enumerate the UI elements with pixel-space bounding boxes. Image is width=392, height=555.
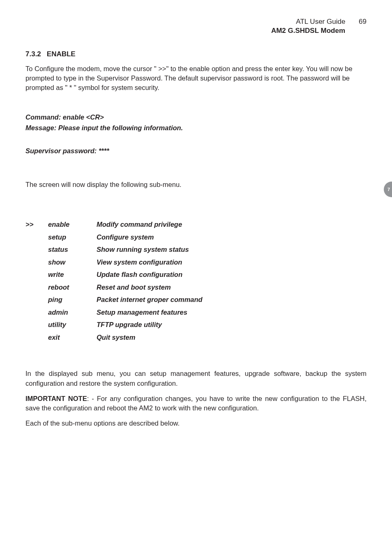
submenu-table: >> enable Modify command privilege setup… <box>25 218 367 343</box>
menu-cursor <box>25 256 48 269</box>
intro-paragraph: To Configure the modem, move the cursor … <box>25 64 367 92</box>
menu-cursor <box>25 231 48 244</box>
menu-row: show View system configuration <box>25 256 367 269</box>
guide-title: ATL User Guide <box>296 18 345 25</box>
menu-desc: TFTP upgrade utility <box>97 318 367 331</box>
menu-cursor <box>25 243 48 256</box>
password-line: Supervisor password: **** <box>25 146 367 157</box>
menu-cmd: admin <box>48 306 97 319</box>
menu-row: status Show running system status <box>25 243 367 256</box>
important-note: IMPORTANT NOTE: - For any configuration … <box>25 394 367 413</box>
menu-desc: Update flash configuration <box>97 268 367 281</box>
menu-desc: Configure system <box>97 231 367 244</box>
section-number: 7.3.2 <box>25 50 41 58</box>
menu-desc: View system configuration <box>97 256 367 269</box>
menu-row: exit Quit system <box>25 331 367 344</box>
menu-cmd: write <box>48 268 97 281</box>
closing-paragraph: Each of the sub-menu options are describ… <box>25 419 367 428</box>
menu-row: setup Configure system <box>25 231 367 244</box>
page-header: ATL User Guide 69 AM2 G.SHDSL Modem <box>25 17 367 35</box>
model-name: AM2 G.SHDSL Modem <box>25 26 367 35</box>
menu-desc: Modify command privilege <box>97 218 367 231</box>
menu-cursor <box>25 268 48 281</box>
menu-row: ping Packet internet groper command <box>25 293 367 306</box>
menu-cmd: show <box>48 256 97 269</box>
menu-cmd: ping <box>48 293 97 306</box>
menu-desc: Setup management features <box>97 306 367 319</box>
menu-cmd: enable <box>48 218 97 231</box>
page-content: ATL User Guide 69 AM2 G.SHDSL Modem 7.3.… <box>0 0 392 428</box>
important-note-label: IMPORTANT NOTE <box>25 395 87 402</box>
menu-desc: Packet internet groper command <box>97 293 367 306</box>
menu-cmd: utility <box>48 318 97 331</box>
submenu-intro: The screen will now display the followin… <box>25 180 367 189</box>
page-number: 69 <box>359 18 367 25</box>
menu-row: utility TFTP upgrade utility <box>25 318 367 331</box>
menu-cursor: >> <box>25 218 48 231</box>
menu-cursor <box>25 306 48 319</box>
menu-row: >> enable Modify command privilege <box>25 218 367 231</box>
menu-cursor <box>25 331 48 344</box>
menu-cursor <box>25 318 48 331</box>
menu-cmd: setup <box>48 231 97 244</box>
menu-desc: Reset and boot system <box>97 281 367 294</box>
menu-cursor <box>25 281 48 294</box>
command-block: Command: enable <CR> Message: Please inp… <box>25 112 367 156</box>
section-heading: 7.3.2ENABLE <box>25 50 367 58</box>
command-line: Command: enable <CR> <box>25 112 367 123</box>
menu-row: reboot Reset and boot system <box>25 281 367 294</box>
message-line: Message: Please input the following info… <box>25 123 367 134</box>
menu-row: admin Setup management features <box>25 306 367 319</box>
section-title: ENABLE <box>47 50 76 58</box>
menu-cmd: reboot <box>48 281 97 294</box>
after-menu-block: In the displayed sub menu, you can setup… <box>25 369 367 428</box>
menu-cmd: exit <box>48 331 97 344</box>
menu-desc: Quit system <box>97 331 367 344</box>
menu-cursor <box>25 293 48 306</box>
menu-cmd: status <box>48 243 97 256</box>
menu-row: write Update flash configuration <box>25 268 367 281</box>
menu-desc: Show running system status <box>97 243 367 256</box>
after-menu-paragraph: In the displayed sub menu, you can setup… <box>25 369 367 388</box>
